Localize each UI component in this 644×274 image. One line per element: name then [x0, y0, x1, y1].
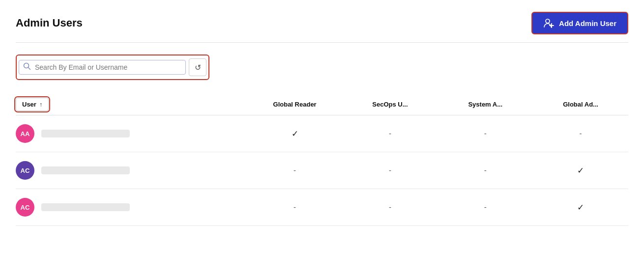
user-sort-button[interactable]: User ↑	[16, 98, 49, 111]
add-admin-button-label: Add Admin User	[559, 19, 616, 27]
user-name-bar	[41, 203, 130, 211]
col-header-global-reader: Global Reader	[247, 94, 343, 115]
checkmark-icon: ✓	[577, 166, 584, 175]
role-cell-secops_u: -	[343, 152, 438, 189]
refresh-button[interactable]: ↺	[189, 58, 206, 76]
col-header-user: User ↑	[16, 94, 247, 115]
refresh-icon: ↺	[195, 63, 201, 72]
role-cell-global_reader: -	[247, 189, 343, 226]
users-table: User ↑ Global Reader SecOps U... System …	[16, 94, 628, 226]
user-cell: AC	[16, 189, 247, 226]
avatar: AA	[16, 124, 34, 143]
table-row: AA✓---	[16, 115, 628, 152]
search-area: ↺	[16, 55, 209, 80]
role-cell-global_reader: ✓	[247, 115, 343, 152]
role-cell-global_ad: ✓	[533, 189, 628, 226]
avatar: AC	[16, 198, 34, 217]
role-cell-secops_u: -	[343, 189, 438, 226]
search-input[interactable]	[35, 63, 181, 71]
dash-indicator: -	[293, 203, 296, 211]
col-secops-u-label: SecOps U...	[372, 101, 408, 108]
table-body: AA✓---AC---✓AC---✓	[16, 115, 628, 226]
dash-indicator: -	[484, 129, 487, 137]
role-cell-global_reader: -	[247, 152, 343, 189]
col-global-reader-label: Global Reader	[273, 101, 317, 108]
svg-line-4	[29, 68, 30, 70]
role-cell-global_ad: ✓	[533, 152, 628, 189]
user-cell: AC	[16, 152, 247, 189]
dash-indicator: -	[580, 129, 582, 137]
dash-indicator: -	[484, 203, 487, 211]
add-user-icon	[543, 18, 554, 28]
col-global-ad-label: Global Ad...	[563, 101, 598, 108]
user-name-bar	[41, 166, 130, 174]
role-cell-global_ad: -	[533, 115, 628, 152]
col-system-a-label: System A...	[468, 101, 502, 108]
page-title: Admin Users	[16, 17, 83, 29]
svg-point-0	[546, 19, 550, 23]
search-input-wrap	[19, 60, 186, 75]
checkmark-icon: ✓	[577, 203, 584, 212]
col-user-label: User	[22, 101, 36, 108]
search-icon	[23, 62, 31, 72]
dash-indicator: -	[389, 203, 391, 211]
page-header: Admin Users Add Admin User	[16, 12, 628, 43]
table-row: AC---✓	[16, 152, 628, 189]
col-header-system-a: System A...	[438, 94, 533, 115]
role-cell-secops_u: -	[343, 115, 438, 152]
role-cell-system_a: -	[438, 152, 533, 189]
dash-indicator: -	[293, 166, 296, 174]
table-header-row: User ↑ Global Reader SecOps U... System …	[16, 94, 628, 115]
table-row: AC---✓	[16, 189, 628, 226]
sort-arrow-up-icon: ↑	[39, 101, 42, 108]
role-cell-system_a: -	[438, 189, 533, 226]
avatar: AC	[16, 161, 34, 180]
checkmark-icon: ✓	[292, 129, 298, 138]
add-admin-user-button[interactable]: Add Admin User	[531, 12, 628, 34]
user-cell: AA	[16, 115, 247, 152]
role-cell-system_a: -	[438, 115, 533, 152]
col-header-global-ad: Global Ad...	[533, 94, 628, 115]
page-container: Admin Users Add Admin User	[0, 0, 644, 238]
dash-indicator: -	[484, 166, 487, 174]
dash-indicator: -	[389, 166, 391, 174]
dash-indicator: -	[389, 129, 391, 137]
user-name-bar	[41, 130, 130, 137]
col-header-secops-u: SecOps U...	[343, 94, 438, 115]
